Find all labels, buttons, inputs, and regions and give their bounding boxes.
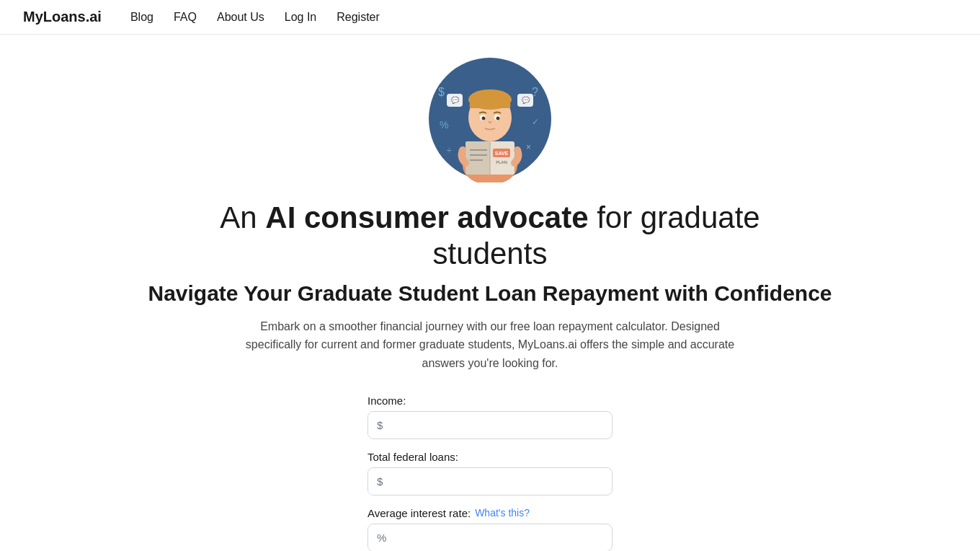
svg-text:PLAN: PLAN xyxy=(496,160,507,164)
nav-faq[interactable]: FAQ xyxy=(174,11,197,24)
svg-text:×: × xyxy=(526,142,531,152)
income-prefix: $ xyxy=(368,412,391,438)
hero-description: Embark on a smoother financial journey w… xyxy=(245,317,735,373)
nav: Blog FAQ About Us Log In Register xyxy=(130,11,380,24)
hero-title: An AI consumer advocate for graduate stu… xyxy=(180,200,800,273)
calculator-form: Income: $ Total federal loans: $ Average… xyxy=(368,394,612,551)
nav-blog[interactable]: Blog xyxy=(130,11,153,24)
income-input-wrapper: $ xyxy=(368,411,612,439)
logo[interactable]: MyLoans.ai xyxy=(23,9,102,25)
income-field-group: Income: $ xyxy=(368,394,612,439)
interest-rate-prefix: % xyxy=(368,524,395,551)
interest-rate-whats-this-link[interactable]: What's this? xyxy=(475,507,530,519)
svg-text:%: % xyxy=(440,119,448,131)
svg-rect-16 xyxy=(466,141,490,175)
svg-text:💬: 💬 xyxy=(522,96,530,105)
main-content: $ ? % ✓ ÷ × xyxy=(0,35,980,551)
svg-text:$: $ xyxy=(438,86,445,98)
interest-rate-label: Average interest rate: What's this? xyxy=(368,507,612,519)
svg-text:÷: ÷ xyxy=(447,146,452,156)
nav-register[interactable]: Register xyxy=(337,11,380,24)
hero-illustration: $ ? % ✓ ÷ × xyxy=(425,56,555,182)
interest-rate-input[interactable] xyxy=(395,524,612,551)
federal-loans-field-group: Total federal loans: $ xyxy=(368,451,612,495)
interest-rate-input-wrapper: % xyxy=(368,524,612,551)
svg-point-14 xyxy=(496,117,500,120)
svg-text:💬: 💬 xyxy=(451,96,460,105)
svg-text:✓: ✓ xyxy=(532,117,539,127)
federal-loans-input-wrapper: $ xyxy=(368,467,612,495)
interest-rate-field-group: Average interest rate: What's this? % xyxy=(368,507,612,551)
federal-loans-label: Total federal loans: xyxy=(368,451,612,463)
hero-title-bold: AI consumer advocate xyxy=(265,200,588,234)
hero-title-prefix: An xyxy=(220,200,265,234)
svg-text:SAVE: SAVE xyxy=(495,151,509,156)
income-label: Income: xyxy=(368,394,612,407)
federal-loans-prefix: $ xyxy=(368,468,391,495)
nav-about-us[interactable]: About Us xyxy=(217,11,264,24)
hero-subtitle: Navigate Your Graduate Student Loan Repa… xyxy=(148,281,832,306)
svg-point-13 xyxy=(482,117,486,120)
federal-loans-input[interactable] xyxy=(391,468,612,495)
nav-log-in[interactable]: Log In xyxy=(285,11,316,24)
income-input[interactable] xyxy=(391,412,612,438)
header: MyLoans.ai Blog FAQ About Us Log In Regi… xyxy=(0,0,980,35)
